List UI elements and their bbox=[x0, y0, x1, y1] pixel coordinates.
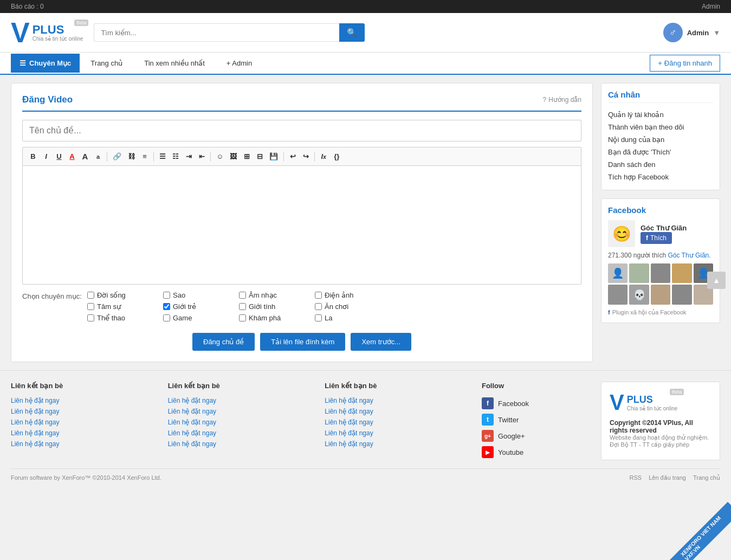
footer-col1-link2[interactable]: Liên hệ đặt ngay bbox=[11, 406, 157, 417]
cat-kham-pha[interactable]: Khám phá bbox=[239, 314, 315, 322]
toolbar-align[interactable]: ≡ bbox=[139, 151, 151, 162]
nav-home[interactable]: Trang chủ bbox=[80, 53, 133, 74]
toolbar-fontsize-down[interactable]: a bbox=[92, 152, 104, 162]
toolbar-color[interactable]: A bbox=[66, 151, 78, 162]
cat-kham-pha-checkbox[interactable] bbox=[239, 314, 246, 321]
fb-page-link[interactable]: Góc Thư Giãn bbox=[668, 252, 709, 259]
cat-gioi-tre[interactable]: Giới trẻ bbox=[163, 302, 239, 311]
report-count[interactable]: 0 bbox=[40, 3, 44, 10]
guide-link[interactable]: ? Hướng dẫn bbox=[543, 96, 581, 104]
cat-sao[interactable]: Sao bbox=[163, 291, 239, 299]
cat-tam-su-checkbox[interactable] bbox=[87, 303, 94, 310]
twitter-icon: t bbox=[482, 414, 494, 426]
toolbar-table[interactable]: ⊞ bbox=[241, 151, 253, 162]
follow-youtube[interactable]: ▶ Youtube bbox=[482, 444, 590, 460]
toolbar-layout[interactable]: ⊟ bbox=[254, 151, 266, 162]
cat-gioi-tinh[interactable]: Giới tính bbox=[239, 302, 315, 311]
sidebar-facebook-integration[interactable]: Tích hợp Facebook bbox=[608, 171, 713, 183]
follow-twitter[interactable]: t Twitter bbox=[482, 411, 590, 428]
sidebar-your-content[interactable]: Nội dung của bạn bbox=[608, 133, 713, 146]
cat-tam-su[interactable]: Tâm sự bbox=[87, 302, 163, 311]
footer-col2-link4[interactable]: Liên hệ đặt ngay bbox=[168, 428, 314, 439]
sidebar-following-members[interactable]: Thành viên bạn theo dõi bbox=[608, 121, 713, 133]
footer-home-link[interactable]: Trang chủ bbox=[693, 474, 720, 481]
footer-col2-link3[interactable]: Liên hệ đặt ngay bbox=[168, 417, 314, 428]
cat-the-thao[interactable]: Thể thao bbox=[87, 314, 163, 322]
toolbar-unlink[interactable]: ⛓ bbox=[125, 151, 138, 162]
cat-am-nhac-checkbox[interactable] bbox=[239, 292, 246, 299]
cat-doi-song-checkbox[interactable] bbox=[87, 292, 94, 299]
footer-col3-link4[interactable]: Liên hệ đặt ngay bbox=[325, 428, 471, 439]
toolbar-underline[interactable]: U bbox=[53, 151, 65, 162]
toolbar-sep2 bbox=[153, 152, 154, 162]
cat-an-choi-checkbox[interactable] bbox=[315, 303, 322, 310]
follow-facebook[interactable]: f Facebook bbox=[482, 395, 590, 411]
toolbar-image[interactable]: 🖼 bbox=[227, 151, 240, 162]
toolbar-list-ul[interactable]: ☰ bbox=[157, 151, 169, 162]
toolbar-link[interactable]: 🔗 bbox=[110, 151, 124, 162]
cat-the-thao-checkbox[interactable] bbox=[87, 314, 94, 321]
footer-col2-link2[interactable]: Liên hệ đặt ngay bbox=[168, 406, 314, 417]
nav-most-viewed[interactable]: Tin xem nhiều nhất bbox=[133, 53, 216, 74]
search-button[interactable]: 🔍 bbox=[339, 23, 365, 42]
post-button[interactable]: Đăng chủ đề bbox=[192, 333, 255, 351]
scroll-top-button[interactable]: ▲ bbox=[707, 272, 726, 289]
cat-la[interactable]: La bbox=[315, 314, 391, 322]
toolbar-sep5 bbox=[314, 152, 315, 162]
logo[interactable]: V Beta PLUS Chia sẻ tin tức online bbox=[11, 18, 83, 47]
footer-col3-link3[interactable]: Liên hệ đặt ngay bbox=[325, 417, 471, 428]
toolbar-italic[interactable]: I bbox=[40, 151, 52, 162]
toolbar-emoji[interactable]: ☺ bbox=[214, 151, 226, 162]
cat-gioi-tinh-checkbox[interactable] bbox=[239, 303, 246, 310]
cat-an-choi[interactable]: Ăn chơi bbox=[315, 302, 391, 311]
fb-page-avatar: 😊 bbox=[608, 220, 635, 247]
footer-rss-link[interactable]: RSS bbox=[629, 474, 642, 481]
quick-post-button[interactable]: + Đăng tin nhanh bbox=[650, 55, 720, 72]
sidebar-account-management[interactable]: Quản lý tài khoản bbox=[608, 108, 713, 121]
toolbar-indent-in[interactable]: ⇥ bbox=[183, 151, 195, 162]
footer-col3-link5[interactable]: Liên hệ đặt ngay bbox=[325, 439, 471, 449]
main-content: Đăng Video ? Hướng dẫn B I U A A a 🔗 ⛓ ≡ bbox=[11, 83, 593, 362]
toolbar-undo[interactable]: ↩ bbox=[287, 151, 299, 162]
footer-col1-link1[interactable]: Liên hệ đặt ngay bbox=[11, 395, 157, 406]
toolbar-source[interactable]: {} bbox=[331, 151, 342, 162]
footer-col2-link5[interactable]: Liên hệ đặt ngay bbox=[168, 439, 314, 449]
editor-body[interactable] bbox=[22, 165, 581, 285]
cat-game[interactable]: Game bbox=[163, 314, 239, 322]
toolbar-fontsize-up[interactable]: A bbox=[79, 150, 91, 163]
search-input[interactable] bbox=[94, 23, 339, 42]
follow-googleplus[interactable]: g+ Google+ bbox=[482, 428, 590, 444]
footer-col3-link1[interactable]: Liên hệ đặt ngay bbox=[325, 395, 471, 406]
cat-gioi-tre-checkbox[interactable] bbox=[163, 303, 170, 310]
toolbar-indent-out[interactable]: ⇤ bbox=[196, 151, 208, 162]
category-menu-button[interactable]: ☰ Chuyên Mục bbox=[11, 54, 80, 73]
sidebar-blacklist[interactable]: Danh sách đen bbox=[608, 158, 713, 171]
user-dropdown-icon[interactable]: ▼ bbox=[713, 29, 720, 37]
preview-button[interactable]: Xem trước... bbox=[351, 333, 411, 351]
fb-page-name: Góc Thư Giãn bbox=[641, 224, 687, 232]
footer-col1-link5[interactable]: Liên hệ đặt ngay bbox=[11, 439, 157, 449]
cat-sao-checkbox[interactable] bbox=[163, 292, 170, 299]
cat-doi-song[interactable]: Đời sống bbox=[87, 291, 163, 299]
toolbar-clear-format[interactable]: Ix bbox=[318, 151, 329, 162]
footer-col1-link4[interactable]: Liên hệ đặt ngay bbox=[11, 428, 157, 439]
toolbar-save[interactable]: 💾 bbox=[267, 151, 281, 162]
cat-game-checkbox[interactable] bbox=[163, 314, 170, 321]
personal-title: Cá nhân bbox=[608, 90, 713, 103]
cat-dien-anh[interactable]: Điện ảnh bbox=[315, 291, 391, 299]
toolbar-redo[interactable]: ↪ bbox=[300, 151, 312, 162]
footer-col2-link1[interactable]: Liên hệ đặt ngay bbox=[168, 395, 314, 406]
toolbar-list-ol[interactable]: ☷ bbox=[170, 151, 182, 162]
upload-button[interactable]: Tải lên file đính kèm bbox=[260, 333, 345, 351]
toolbar-bold[interactable]: B bbox=[27, 151, 39, 162]
footer-top-link[interactable]: Lên đầu trang bbox=[649, 474, 686, 481]
fb-like-button[interactable]: f Thích bbox=[641, 232, 672, 244]
cat-am-nhac[interactable]: Âm nhạc bbox=[239, 291, 315, 299]
nav-admin[interactable]: + Admin bbox=[216, 53, 263, 74]
cat-dien-anh-checkbox[interactable] bbox=[315, 292, 322, 299]
topic-input[interactable] bbox=[22, 120, 581, 141]
footer-col3-link2[interactable]: Liên hệ đặt ngay bbox=[325, 406, 471, 417]
footer-col1-link3[interactable]: Liên hệ đặt ngay bbox=[11, 417, 157, 428]
cat-la-checkbox[interactable] bbox=[315, 314, 322, 321]
sidebar-liked[interactable]: Bạn đã được 'Thích' bbox=[608, 146, 713, 158]
